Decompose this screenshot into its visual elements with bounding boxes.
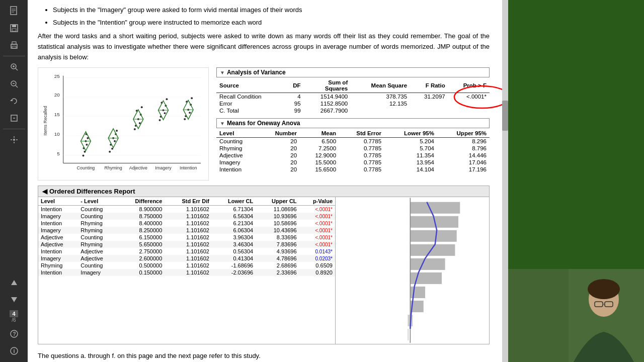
page-number-current: 4 bbox=[10, 310, 18, 317]
svg-text:Intention: Intention bbox=[180, 166, 197, 171]
questions-section: The questions a. through f. on this page… bbox=[38, 347, 490, 362]
col-ss: Sum ofSquares bbox=[304, 78, 351, 93]
diff-col-lower: Lower CL bbox=[212, 197, 256, 206]
anova-tables: ▼ Analysis of Variance Source DF Sum ofS… bbox=[216, 67, 490, 177]
svg-point-81 bbox=[159, 119, 161, 121]
diff-chart-svg bbox=[336, 197, 489, 344]
diff-col-level: Level bbox=[38, 197, 78, 206]
bullet-imagery: Subjects in the "Imagery" group were ask… bbox=[53, 5, 490, 15]
svg-line-15 bbox=[16, 85, 18, 87]
diff-row-6: IntentionAdjective2.7500001.1016020.5630… bbox=[38, 248, 335, 255]
svg-rect-112 bbox=[508, 269, 569, 362]
means-triangle: ▼ bbox=[220, 121, 225, 126]
means-row-2: Adjective2012.90000.778511.35414.446 bbox=[216, 152, 490, 159]
tools-icon[interactable] bbox=[5, 132, 23, 148]
print-icon[interactable] bbox=[5, 37, 23, 53]
means-col-mean: Mean bbox=[300, 129, 339, 138]
save-icon[interactable] bbox=[5, 20, 23, 36]
svg-rect-105 bbox=[408, 329, 409, 340]
means-col-lower: Lower 95% bbox=[384, 129, 437, 138]
diff-col-minus-level: - Level bbox=[78, 197, 118, 206]
diff-table: Level - Level Difference Std Err Dif Low… bbox=[38, 197, 335, 276]
anova-title: Analysis of Variance bbox=[227, 69, 286, 76]
col-ms: Mean Square bbox=[351, 78, 410, 93]
separator-2 bbox=[3, 129, 25, 129]
svg-text:5: 5 bbox=[57, 151, 60, 156]
anova-triangle: ▼ bbox=[220, 70, 225, 75]
diff-col-stderr: Std Err Dif bbox=[165, 197, 212, 206]
col-df: DF bbox=[284, 78, 304, 93]
svg-rect-96 bbox=[410, 202, 460, 214]
svg-rect-102 bbox=[410, 287, 425, 298]
diff-row-3: ImageryRhyming8.2500001.1016026.0630410.… bbox=[38, 227, 335, 234]
video-feed bbox=[508, 269, 644, 362]
svg-point-51 bbox=[86, 144, 88, 146]
svg-point-80 bbox=[164, 113, 166, 115]
chart-svg: 25 20 15 10 5 Items Recalled bbox=[41, 70, 206, 176]
page-number-total: /6 bbox=[12, 317, 16, 323]
svg-marker-26 bbox=[11, 297, 17, 302]
svg-text:Imagery: Imagery bbox=[155, 166, 172, 171]
diff-row-7: ImageryAdjective2.6000001.1016020.413044… bbox=[38, 255, 335, 262]
diff-row-2: IntentionRhyming8.4000001.1016026.213041… bbox=[38, 220, 335, 227]
diff-chart bbox=[335, 197, 489, 344]
svg-rect-5 bbox=[12, 25, 16, 27]
svg-point-61 bbox=[111, 148, 113, 150]
scrollbar-thumb[interactable] bbox=[502, 101, 508, 131]
anova-row-ctotal: C. Total 99 2667.7900 bbox=[216, 107, 490, 114]
col-fratio: F Ratio bbox=[410, 78, 448, 93]
diff-row-5: AdjectiveRhyming5.6500001.1016023.463047… bbox=[38, 241, 335, 248]
svg-point-91 bbox=[191, 98, 193, 100]
svg-point-89 bbox=[189, 112, 191, 114]
diff-row-8: RhymingCounting0.5000001.101602-1.686962… bbox=[38, 262, 335, 269]
means-col-stderr: Std Error bbox=[339, 129, 384, 138]
svg-marker-17 bbox=[10, 100, 13, 101]
info-icon[interactable]: i bbox=[5, 343, 23, 359]
scrollbar-track[interactable] bbox=[502, 0, 508, 362]
means-title: Means for Oneway Anova bbox=[227, 120, 300, 127]
means-table: Level Number Mean Std Error Lower 95% Up… bbox=[216, 129, 490, 173]
svg-point-108 bbox=[588, 279, 620, 299]
svg-text:Counting: Counting bbox=[77, 166, 95, 171]
svg-point-82 bbox=[166, 99, 168, 101]
svg-point-64 bbox=[116, 130, 118, 132]
svg-text:10: 10 bbox=[54, 131, 60, 137]
means-col-number: Number bbox=[259, 129, 300, 138]
svg-point-72 bbox=[134, 128, 136, 130]
ordered-diff-header: ◀ Ordered Differences Report bbox=[38, 186, 489, 197]
svg-text:20: 20 bbox=[54, 93, 60, 98]
col-source: Source bbox=[216, 78, 284, 93]
questions-intro: The questions a. through f. on this page… bbox=[38, 352, 490, 359]
document-scroll[interactable]: Subjects in the "Imagery" group were ask… bbox=[28, 0, 502, 362]
fit-icon[interactable] bbox=[5, 110, 23, 126]
means-row-0: Counting206.5000.77855.2048.296 bbox=[216, 138, 490, 145]
diff-col-pvalue: p-Value bbox=[299, 197, 335, 206]
diff-row-0: IntentionCounting8.9000001.1016026.71304… bbox=[38, 206, 335, 213]
anova-variance-table: Source DF Sum ofSquares Mean Square F Ra… bbox=[216, 78, 490, 114]
separator-1 bbox=[3, 56, 25, 56]
zoom-out-icon[interactable] bbox=[5, 76, 23, 92]
anova-row-recall: Recall Condition 4 1514.9400 378.735 31.… bbox=[216, 93, 490, 101]
nav-down-icon[interactable] bbox=[5, 292, 23, 308]
left-toolbar: 4 /6 ? i bbox=[0, 0, 28, 362]
bullet-list: Subjects in the "Imagery" group were ask… bbox=[53, 5, 490, 27]
rotate-icon[interactable] bbox=[5, 93, 23, 109]
svg-point-60 bbox=[114, 140, 116, 142]
diff-row-4: AdjectiveCounting6.1500001.1016023.96304… bbox=[38, 234, 335, 241]
svg-text:25: 25 bbox=[54, 73, 60, 79]
help-icon[interactable]: ? bbox=[5, 326, 23, 342]
page-icon[interactable] bbox=[5, 3, 23, 19]
right-panel bbox=[508, 0, 644, 362]
nav-up-icon[interactable] bbox=[5, 275, 23, 291]
diff-col-upper: Upper CL bbox=[256, 197, 299, 206]
diff-row-9: IntentionImagery0.1500001.101602-2.03696… bbox=[38, 269, 335, 276]
content-wrapper: Subjects in the "Imagery" group were ask… bbox=[28, 0, 508, 362]
diamond-chart: 25 20 15 10 5 Items Recalled bbox=[38, 67, 209, 180]
svg-text:Adjective: Adjective bbox=[129, 166, 147, 171]
svg-marker-25 bbox=[11, 280, 17, 285]
svg-text:i: i bbox=[13, 348, 15, 354]
zoom-in-icon[interactable] bbox=[5, 59, 23, 75]
ordered-diff-title: Ordered Differences Report bbox=[49, 188, 135, 195]
diff-table-left: Level - Level Difference Std Err Dif Low… bbox=[38, 197, 335, 344]
means-row-1: Rhyming207.25000.77855.7048.796 bbox=[216, 145, 490, 152]
